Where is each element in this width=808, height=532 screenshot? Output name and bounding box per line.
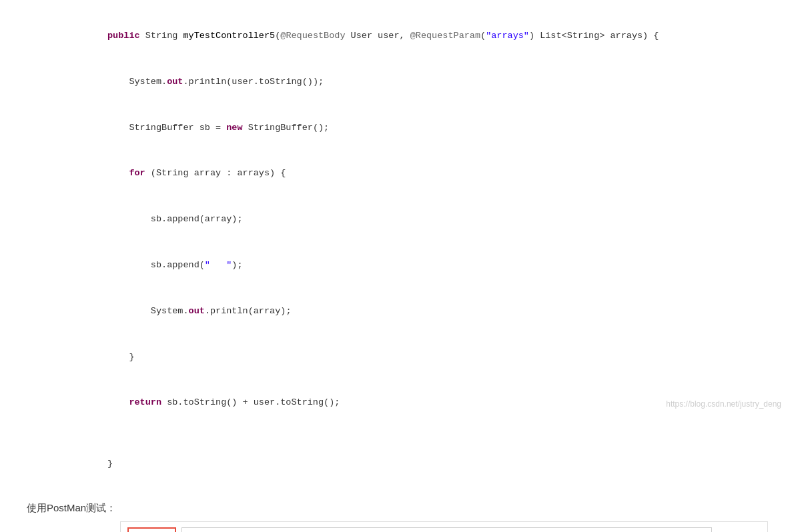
code-line-1: public String myTestController5(@Request… — [53, 13, 781, 59]
section-label: 使用PostMan测试： — [27, 502, 795, 515]
code-line-2: System.out.println(user.toString()); — [53, 59, 781, 105]
code-line-10: } — [53, 441, 781, 487]
url-input[interactable] — [181, 527, 712, 532]
code-line-5: sb.append(array); — [53, 197, 781, 243]
code-line-7: System.out.println(array); — [53, 289, 781, 335]
postman-url-bar: POST ▼ Params — [121, 522, 767, 532]
watermark: https://blog.csdn.net/justry_deng — [666, 397, 781, 411]
code-line-4: for (String array : arrays) { — [53, 151, 781, 197]
code-line-9: return sb.toString() + user.toString(); … — [53, 381, 781, 442]
code-line-3: StringBuffer sb = new StringBuffer(); — [53, 105, 781, 151]
code-line-8: } — [53, 335, 781, 381]
page-wrapper: public String myTestController5(@Request… — [0, 0, 808, 532]
code-block: public String myTestController5(@Request… — [13, 7, 795, 494]
code-line-6: sb.append(" "); — [53, 243, 781, 289]
method-button[interactable]: POST ▼ — [127, 527, 176, 532]
postman-panel: POST ▼ Params Authorization Headers (1) … — [120, 521, 768, 532]
